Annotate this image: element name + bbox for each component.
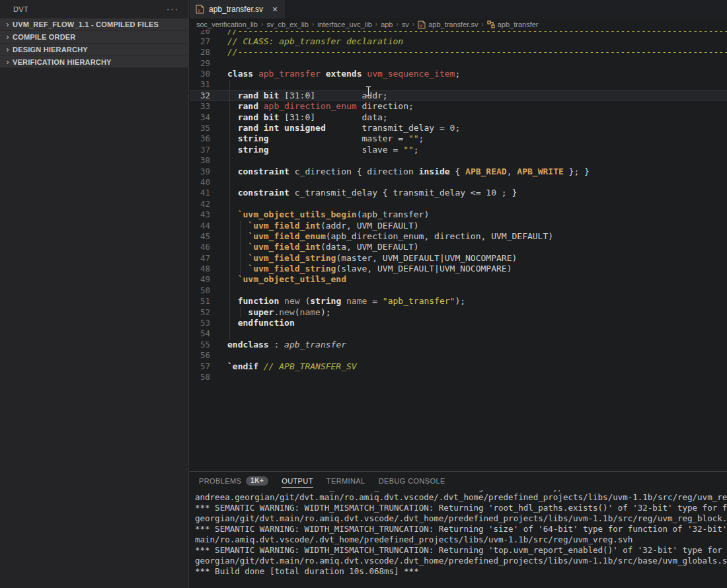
code-token: //--------------------------------------… bbox=[227, 47, 727, 57]
breadcrumb-item[interactable]: sv bbox=[402, 20, 409, 28]
code-line[interactable]: endfunction bbox=[227, 318, 727, 328]
bottom-panel: PROBLEMS1K+OUTPUTTERMINALDEBUG CONSOLE *… bbox=[190, 471, 727, 588]
code-token: ; bbox=[414, 145, 419, 155]
code-line[interactable]: string slave = ""; bbox=[227, 145, 727, 155]
code-token: uvm_sequence_item bbox=[367, 69, 455, 79]
code-line[interactable]: `uvm_field_enum(apb_direction_enum, dire… bbox=[227, 231, 727, 242]
code-line[interactable] bbox=[227, 199, 727, 209]
breadcrumb-item[interactable]: apb bbox=[381, 20, 393, 28]
code-editor[interactable]: 2627282930313233343536373839404142434445… bbox=[190, 30, 727, 471]
breadcrumb-item[interactable]: apb_transfer bbox=[487, 20, 539, 28]
tab-apb-transfer-sv[interactable]: v apb_transfer.sv × bbox=[190, 0, 285, 18]
code-line[interactable]: `uvm_object_utils_begin(apb_transfer) bbox=[227, 209, 727, 220]
breadcrumb-item[interactable]: soc_verification_lib bbox=[196, 20, 258, 28]
code-line[interactable]: constraint c_direction { direction insid… bbox=[227, 166, 727, 177]
code-line[interactable]: `uvm_field_string(master, UVM_DEFAULT|UV… bbox=[227, 253, 727, 264]
breadcrumb-item[interactable]: interface_uvc_lib bbox=[317, 20, 372, 28]
code-line[interactable]: function new (string name = "apb_transfe… bbox=[227, 296, 727, 307]
code-line[interactable]: string master = ""; bbox=[227, 133, 727, 144]
line-number: 33 bbox=[190, 101, 210, 112]
code-line[interactable]: `uvm_field_int(addr, UVM_DEFAULT) bbox=[227, 221, 727, 231]
chevron-right-icon: › bbox=[3, 21, 13, 28]
code-line[interactable] bbox=[227, 350, 727, 361]
code-token: name bbox=[300, 307, 321, 317]
chevron-right-icon: › bbox=[3, 46, 13, 53]
code-token: APB_READ bbox=[465, 166, 507, 176]
panel-tab-bar: PROBLEMS1K+OUTPUTTERMINALDEBUG CONSOLE bbox=[190, 472, 727, 490]
panel-tab-debug-console[interactable]: DEBUG CONSOLE bbox=[372, 472, 452, 490]
line-number: 37 bbox=[190, 145, 210, 155]
code-line[interactable]: rand bit [31:0] data; bbox=[227, 112, 727, 123]
code-line[interactable] bbox=[227, 285, 727, 296]
code-token: `uvm_field_int bbox=[248, 242, 321, 252]
code-line[interactable]: //--------------------------------------… bbox=[227, 47, 727, 57]
sidebar-item-compile-order[interactable]: ›COMPILE ORDER bbox=[0, 30, 188, 43]
code-token: "" bbox=[408, 133, 419, 143]
line-number: 42 bbox=[190, 199, 210, 209]
code-token: c_direction { direction bbox=[289, 166, 419, 176]
problems-count-badge: 1K+ bbox=[246, 476, 268, 486]
panel-tab-output[interactable]: OUTPUT bbox=[275, 472, 320, 490]
line-number: 30 bbox=[190, 69, 210, 79]
code-token: extends bbox=[326, 69, 362, 79]
code-line[interactable]: `uvm_field_string(slave, UVM_DEFAULT|UVM… bbox=[227, 264, 727, 274]
code-line[interactable]: class apb_transfer extends uvm_sequence_… bbox=[227, 69, 727, 79]
code-line[interactable]: rand bit [31:0] addr; bbox=[227, 91, 727, 101]
code-line[interactable]: super.new(name); bbox=[227, 307, 727, 318]
sidebar-item-uvm-ref-flow-1-1-compiled-files[interactable]: ›UVM_REF_FLOW_1.1 - COMPILED FILES bbox=[0, 18, 188, 30]
code-token: super bbox=[248, 307, 274, 317]
code-token: master = bbox=[269, 133, 408, 143]
output-console[interactable]: *** SEMANTIC WARNING: WIDTH_MISMATCH_TRU… bbox=[190, 490, 727, 588]
code-token bbox=[227, 221, 248, 231]
code-line[interactable]: `uvm_object_utils_end bbox=[227, 274, 727, 285]
line-number: 49 bbox=[190, 274, 210, 285]
svg-text:v: v bbox=[198, 8, 200, 13]
code-line[interactable] bbox=[227, 58, 727, 69]
panel-tab-terminal[interactable]: TERMINAL bbox=[320, 472, 372, 490]
line-number: 34 bbox=[190, 112, 210, 123]
section-label: DESIGN HIERARCHY bbox=[13, 46, 88, 54]
code-token: bit bbox=[264, 91, 279, 100]
code-line[interactable]: constraint c_transmit_delay { transmit_d… bbox=[227, 188, 727, 198]
code-token: class bbox=[227, 69, 253, 79]
panel-tab-label: PROBLEMS bbox=[199, 477, 241, 485]
code-line[interactable]: rand int unsigned transmit_delay = 0; bbox=[227, 123, 727, 133]
code-token: (addr, UVM_DEFAULT) bbox=[321, 221, 419, 231]
code-line[interactable]: endclass : apb_transfer bbox=[227, 340, 727, 350]
code-token: `uvm_field_string bbox=[248, 253, 336, 263]
code-line[interactable]: `endif // APB_TRANSFER_SV bbox=[227, 361, 727, 372]
line-number: 29 bbox=[190, 58, 210, 69]
code-token: , bbox=[507, 166, 517, 176]
close-icon[interactable]: × bbox=[272, 5, 278, 13]
sidebar-item-design-hierarchy[interactable]: ›DESIGN HIERARCHY bbox=[0, 43, 188, 55]
panel-tab-label: OUTPUT bbox=[282, 477, 313, 485]
breadcrumb-separator: › bbox=[396, 20, 398, 28]
code-token: endclass bbox=[227, 340, 269, 349]
breadcrumb-item[interactable]: sv_cb_ex_lib bbox=[266, 20, 309, 28]
sidebar-sections: ›UVM_REF_FLOW_1.1 - COMPILED FILES›COMPI… bbox=[0, 18, 188, 68]
code-token: inside bbox=[419, 166, 450, 176]
breadcrumb-separator: › bbox=[412, 20, 414, 28]
breadcrumb-separator: › bbox=[312, 20, 314, 28]
code-line[interactable]: `uvm_field_int(data, UVM_DEFAULT) bbox=[227, 242, 727, 252]
code-token bbox=[227, 307, 248, 317]
code-line[interactable] bbox=[227, 155, 727, 166]
line-number: 28 bbox=[190, 47, 210, 57]
code-line[interactable] bbox=[227, 328, 727, 339]
code-line[interactable] bbox=[227, 79, 727, 90]
breadcrumb-label: apb bbox=[381, 20, 393, 28]
code-line[interactable]: // CLASS: apb_transfer declaration bbox=[227, 36, 727, 47]
code-line[interactable] bbox=[227, 177, 727, 188]
code-line[interactable]: rand apb_direction_enum direction; bbox=[227, 101, 727, 112]
code-token: { bbox=[450, 166, 465, 176]
breadcrumb-separator: › bbox=[375, 20, 377, 28]
line-number: 31 bbox=[190, 79, 210, 90]
code-line[interactable]: //--------------------------------------… bbox=[227, 30, 727, 36]
code-content: //--------------------------------------… bbox=[227, 30, 727, 383]
code-line[interactable] bbox=[227, 372, 727, 383]
panel-tab-problems[interactable]: PROBLEMS1K+ bbox=[192, 472, 275, 490]
breadcrumb-item[interactable]: vapb_transfer.sv bbox=[418, 20, 478, 28]
line-number: 53 bbox=[190, 318, 210, 328]
sidebar-item-verification-hierarchy[interactable]: ›VERIFICATION HIERARCHY bbox=[0, 55, 188, 68]
more-actions-icon[interactable]: ··· bbox=[167, 4, 179, 14]
